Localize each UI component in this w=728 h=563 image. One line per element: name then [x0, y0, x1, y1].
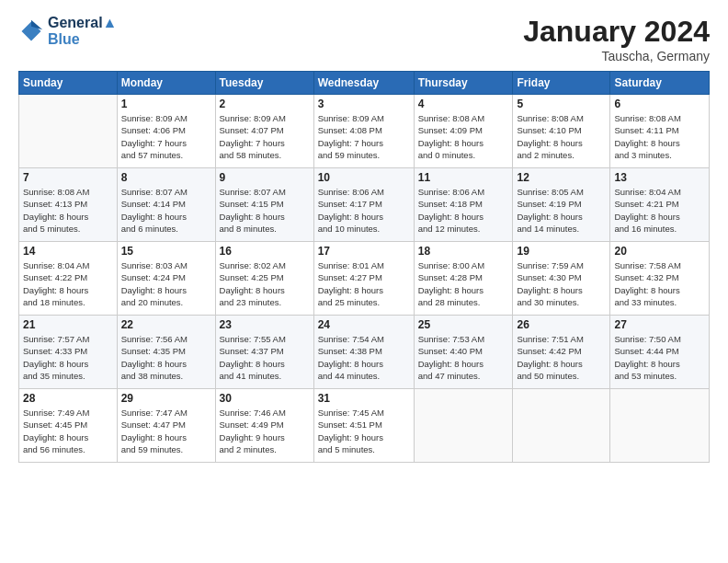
day-info: Sunrise: 7:47 AM Sunset: 4:47 PM Dayligh… — [121, 407, 211, 455]
day-number: 7 — [23, 171, 113, 184]
calendar-cell — [19, 95, 118, 168]
day-number: 12 — [517, 171, 606, 184]
calendar-week-row: 1Sunrise: 8:09 AM Sunset: 4:06 PM Daylig… — [19, 95, 710, 168]
day-number: 5 — [517, 98, 606, 110]
calendar-cell: 9Sunrise: 8:07 AM Sunset: 4:15 PM Daylig… — [215, 168, 313, 242]
day-info: Sunrise: 8:09 AM Sunset: 4:06 PM Dayligh… — [121, 112, 211, 161]
calendar-cell: 13Sunrise: 8:04 AM Sunset: 4:21 PM Dayli… — [610, 168, 710, 242]
day-info: Sunrise: 8:06 AM Sunset: 4:18 PM Dayligh… — [418, 186, 509, 235]
calendar-cell: 28Sunrise: 7:49 AM Sunset: 4:45 PM Dayli… — [19, 389, 118, 463]
logo-icon — [18, 18, 44, 44]
page: General▲ Blue January 2024 Tauscha, Germ… — [0, 0, 728, 563]
day-number: 29 — [121, 392, 211, 405]
day-info: Sunrise: 8:05 AM Sunset: 4:19 PM Dayligh… — [517, 186, 606, 235]
calendar-cell: 3Sunrise: 8:09 AM Sunset: 4:08 PM Daylig… — [313, 95, 414, 168]
calendar-cell: 6Sunrise: 8:08 AM Sunset: 4:11 PM Daylig… — [610, 95, 710, 168]
calendar-cell: 11Sunrise: 8:06 AM Sunset: 4:18 PM Dayli… — [414, 168, 513, 242]
day-number: 3 — [318, 98, 410, 110]
day-number: 11 — [418, 171, 509, 184]
header: General▲ Blue January 2024 Tauscha, Germ… — [18, 15, 710, 63]
day-info: Sunrise: 7:45 AM Sunset: 4:51 PM Dayligh… — [318, 407, 410, 455]
day-number: 26 — [517, 318, 606, 331]
day-number: 2 — [220, 98, 310, 110]
day-number: 16 — [220, 245, 310, 258]
calendar-cell: 2Sunrise: 8:09 AM Sunset: 4:07 PM Daylig… — [215, 95, 313, 168]
day-number: 15 — [121, 245, 211, 258]
calendar-subtitle: Tauscha, Germany — [523, 49, 710, 63]
logo-text: General▲ Blue — [48, 15, 117, 48]
calendar-cell — [610, 389, 710, 463]
calendar-cell: 22Sunrise: 7:56 AM Sunset: 4:35 PM Dayli… — [117, 316, 215, 389]
day-info: Sunrise: 7:50 AM Sunset: 4:44 PM Dayligh… — [614, 333, 705, 382]
day-number: 22 — [121, 318, 211, 331]
day-number: 31 — [318, 392, 410, 405]
title-block: January 2024 Tauscha, Germany — [523, 15, 710, 63]
day-number: 14 — [23, 245, 113, 258]
day-info: Sunrise: 8:09 AM Sunset: 4:08 PM Dayligh… — [318, 112, 410, 161]
calendar-cell: 15Sunrise: 8:03 AM Sunset: 4:24 PM Dayli… — [117, 242, 215, 316]
day-info: Sunrise: 8:07 AM Sunset: 4:14 PM Dayligh… — [121, 186, 211, 235]
calendar-cell: 8Sunrise: 8:07 AM Sunset: 4:14 PM Daylig… — [117, 168, 215, 242]
calendar-cell: 30Sunrise: 7:46 AM Sunset: 4:49 PM Dayli… — [215, 389, 313, 463]
day-number: 4 — [418, 98, 509, 110]
day-info: Sunrise: 8:08 AM Sunset: 4:11 PM Dayligh… — [614, 112, 705, 161]
day-number: 18 — [418, 245, 509, 258]
day-number: 27 — [614, 318, 705, 331]
day-info: Sunrise: 8:07 AM Sunset: 4:15 PM Dayligh… — [220, 186, 310, 235]
day-info: Sunrise: 7:55 AM Sunset: 4:37 PM Dayligh… — [220, 333, 310, 382]
calendar-cell: 19Sunrise: 7:59 AM Sunset: 4:30 PM Dayli… — [513, 242, 610, 316]
logo: General▲ Blue — [18, 15, 117, 48]
day-number: 8 — [121, 171, 211, 184]
day-info: Sunrise: 7:57 AM Sunset: 4:33 PM Dayligh… — [23, 333, 113, 382]
calendar-cell: 5Sunrise: 8:08 AM Sunset: 4:10 PM Daylig… — [513, 95, 610, 168]
calendar-cell: 27Sunrise: 7:50 AM Sunset: 4:44 PM Dayli… — [610, 316, 710, 389]
day-number: 9 — [220, 171, 310, 184]
day-number: 25 — [418, 318, 509, 331]
day-info: Sunrise: 8:08 AM Sunset: 4:13 PM Dayligh… — [23, 186, 113, 235]
weekday-header: Monday — [117, 72, 215, 95]
calendar-cell: 24Sunrise: 7:54 AM Sunset: 4:38 PM Dayli… — [313, 316, 414, 389]
weekday-header: Thursday — [414, 72, 513, 95]
weekday-header: Friday — [513, 72, 610, 95]
day-number: 19 — [517, 245, 606, 258]
calendar-cell: 14Sunrise: 8:04 AM Sunset: 4:22 PM Dayli… — [19, 242, 118, 316]
day-number: 10 — [318, 171, 410, 184]
day-info: Sunrise: 8:08 AM Sunset: 4:09 PM Dayligh… — [418, 112, 509, 161]
day-number: 17 — [318, 245, 410, 258]
calendar-week-row: 21Sunrise: 7:57 AM Sunset: 4:33 PM Dayli… — [19, 316, 710, 389]
day-info: Sunrise: 8:00 AM Sunset: 4:28 PM Dayligh… — [418, 259, 509, 308]
calendar-cell: 18Sunrise: 8:00 AM Sunset: 4:28 PM Dayli… — [414, 242, 513, 316]
day-info: Sunrise: 7:59 AM Sunset: 4:30 PM Dayligh… — [517, 259, 606, 308]
day-info: Sunrise: 8:04 AM Sunset: 4:21 PM Dayligh… — [614, 186, 705, 235]
day-number: 24 — [318, 318, 410, 331]
day-info: Sunrise: 8:04 AM Sunset: 4:22 PM Dayligh… — [23, 259, 113, 308]
day-info: Sunrise: 7:56 AM Sunset: 4:35 PM Dayligh… — [121, 333, 211, 382]
day-number: 1 — [121, 98, 211, 110]
day-info: Sunrise: 7:46 AM Sunset: 4:49 PM Dayligh… — [220, 407, 310, 455]
calendar-cell: 16Sunrise: 8:02 AM Sunset: 4:25 PM Dayli… — [215, 242, 313, 316]
calendar-cell — [414, 389, 513, 463]
calendar-cell: 29Sunrise: 7:47 AM Sunset: 4:47 PM Dayli… — [117, 389, 215, 463]
calendar-cell: 23Sunrise: 7:55 AM Sunset: 4:37 PM Dayli… — [215, 316, 313, 389]
calendar-week-row: 14Sunrise: 8:04 AM Sunset: 4:22 PM Dayli… — [19, 242, 710, 316]
calendar-cell: 10Sunrise: 8:06 AM Sunset: 4:17 PM Dayli… — [313, 168, 414, 242]
calendar-cell: 26Sunrise: 7:51 AM Sunset: 4:42 PM Dayli… — [513, 316, 610, 389]
calendar-cell: 17Sunrise: 8:01 AM Sunset: 4:27 PM Dayli… — [313, 242, 414, 316]
day-info: Sunrise: 7:49 AM Sunset: 4:45 PM Dayligh… — [23, 407, 113, 455]
weekday-header: Tuesday — [215, 72, 313, 95]
calendar-week-row: 7Sunrise: 8:08 AM Sunset: 4:13 PM Daylig… — [19, 168, 710, 242]
day-info: Sunrise: 7:53 AM Sunset: 4:40 PM Dayligh… — [418, 333, 509, 382]
day-info: Sunrise: 8:01 AM Sunset: 4:27 PM Dayligh… — [318, 259, 410, 308]
day-number: 13 — [614, 171, 705, 184]
calendar-table: SundayMondayTuesdayWednesdayThursdayFrid… — [18, 71, 710, 463]
calendar-cell: 21Sunrise: 7:57 AM Sunset: 4:33 PM Dayli… — [19, 316, 118, 389]
weekday-header: Saturday — [610, 72, 710, 95]
calendar-cell: 20Sunrise: 7:58 AM Sunset: 4:32 PM Dayli… — [610, 242, 710, 316]
calendar-cell: 4Sunrise: 8:08 AM Sunset: 4:09 PM Daylig… — [414, 95, 513, 168]
day-info: Sunrise: 8:02 AM Sunset: 4:25 PM Dayligh… — [220, 259, 310, 308]
calendar-cell: 7Sunrise: 8:08 AM Sunset: 4:13 PM Daylig… — [19, 168, 118, 242]
day-number: 21 — [23, 318, 113, 331]
day-info: Sunrise: 7:58 AM Sunset: 4:32 PM Dayligh… — [614, 259, 705, 308]
day-info: Sunrise: 8:06 AM Sunset: 4:17 PM Dayligh… — [318, 186, 410, 235]
calendar-cell: 12Sunrise: 8:05 AM Sunset: 4:19 PM Dayli… — [513, 168, 610, 242]
